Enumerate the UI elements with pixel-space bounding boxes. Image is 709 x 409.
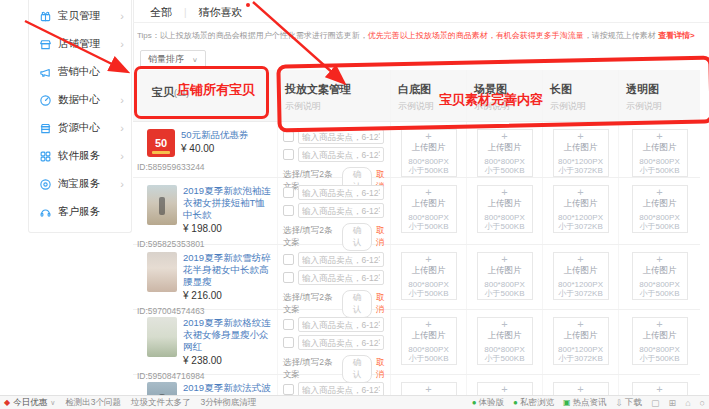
image-col-label: 透明图 xyxy=(626,82,700,97)
status-bar-right: ●体验版●私密浏览▣热点资讯⇩下载▢⊞⌂○ xyxy=(472,397,705,409)
upload-image-box[interactable]: +上传图片800*1200PX小于3072KB xyxy=(553,317,609,365)
image-col-sub[interactable]: 示例说明 xyxy=(550,100,618,113)
sidebar-item-4[interactable]: 数据中心› xyxy=(29,86,131,114)
table-row: 2019夏季新款雪纺碎花半身裙女中长款高腰显瘦¥ 216.00ID:597004… xyxy=(133,245,700,310)
upload-image-box[interactable]: +上传图片800*800PX小于500KB xyxy=(477,317,533,365)
upload-cell: +上传图片800*1200PX小于3072KB xyxy=(542,310,618,374)
plus-icon: + xyxy=(425,187,431,197)
statusbar-status-item[interactable]: ▣热点资讯 xyxy=(563,397,607,409)
chevron-down-icon: ∨ xyxy=(192,55,198,62)
product-thumbnail[interactable] xyxy=(147,252,177,292)
statusbar-brand[interactable]: ◆今日优惠∨ xyxy=(4,397,55,409)
customer-icon xyxy=(39,206,52,219)
copy-checkbox[interactable] xyxy=(283,149,294,160)
upload-size-hint: 800*1200PX小于3072KB xyxy=(558,345,603,363)
upload-cell: +上传图片800*800PX小于500KB xyxy=(466,178,542,244)
sidebar-item-label: 客户服务 xyxy=(58,205,100,219)
status-item-label: 热点资讯 xyxy=(573,397,607,409)
sidebar-item-2[interactable]: 店铺管理› xyxy=(29,30,131,58)
product-title-link[interactable]: 2019夏季新款雪纺碎花半身裙女中长款高腰显瘦 xyxy=(183,252,273,288)
status-bar: ◆今日优惠∨检测出3个问题垃圾文件太多了3分钟彻底清理 ●体验版●私密浏览▣热点… xyxy=(0,395,709,409)
copy-checkbox[interactable] xyxy=(283,384,294,395)
selling-point-input[interactable] xyxy=(298,335,384,350)
upload-image-box[interactable]: +上传图片800*800PX小于500KB xyxy=(477,129,533,177)
upload-image-box[interactable]: +上传图片800*800PX小于500KB xyxy=(401,185,457,233)
tips-text-gray2: ，请按规范上传素材 xyxy=(584,31,658,40)
copy-header-sub[interactable]: 示例说明 xyxy=(285,100,390,113)
product-title-link[interactable]: 2019夏季新款泡袖连衣裙女拼接短袖T恤中长款 xyxy=(183,185,273,221)
sort-dropdown[interactable]: 销量排序 ∨ xyxy=(140,50,206,68)
upload-image-box[interactable]: +上传图片800*800PX小于500KB xyxy=(477,185,533,233)
copy-checkbox[interactable] xyxy=(283,337,294,348)
upload-image-box[interactable]: +上传图片800*1200PX小于3072KB xyxy=(553,185,609,233)
tab-separator: | xyxy=(184,7,187,18)
upload-image-box[interactable]: +上传图片800*800PX小于500KB xyxy=(632,185,688,233)
upload-size-hint: 800*1200PX小于3072KB xyxy=(558,213,603,231)
statusbar-tool-icon-4[interactable]: ○ xyxy=(700,398,705,408)
copy-checkbox[interactable] xyxy=(283,272,294,283)
upload-image-box[interactable]: +上传图片800*800PX小于500KB xyxy=(401,129,457,177)
statusbar-tool-icon-3[interactable]: ⌂ xyxy=(685,398,690,408)
upload-image-box[interactable]: +上传图片800*1200PX小于3072KB xyxy=(553,129,609,177)
statusbar-status-item[interactable]: ●私密浏览 xyxy=(513,397,554,409)
upload-cell: +上传图片800*800PX小于500KB xyxy=(618,122,700,177)
green-dot-icon: ● xyxy=(472,398,477,407)
tips-detail-link[interactable]: 查看详情> xyxy=(658,31,695,40)
selling-point-input[interactable] xyxy=(298,270,384,285)
sidebar-item-6[interactable]: 软件服务› xyxy=(29,142,131,170)
upload-image-box[interactable]: +上传图片800*800PX小于500KB xyxy=(401,252,457,300)
tab-guess-you-like[interactable]: 猜你喜欢 xyxy=(199,6,243,18)
sidebar-item-1[interactable]: 宝贝管理› xyxy=(29,2,131,30)
statusbar-download-item[interactable]: ⇩下载 xyxy=(616,397,643,409)
upload-image-box[interactable]: +上传图片800*800PX小于500KB xyxy=(632,252,688,300)
image-col-sub[interactable]: 示例说明 xyxy=(398,100,466,113)
copy-checkbox[interactable] xyxy=(283,319,294,330)
sidebar-item-8[interactable]: 客户服务 xyxy=(29,198,131,226)
tab-all[interactable]: 全部 xyxy=(150,5,172,20)
product-cell: 2019夏季新款格纹连衣裙女修身显瘦小众网红¥ 238.00ID:5950847… xyxy=(133,310,277,374)
upload-size-hint: 800*800PX小于500KB xyxy=(408,157,448,175)
statusbar-tool-icon-1[interactable]: ▢ xyxy=(651,398,660,408)
table-header-row: 宝贝(11)投放文案管理示例说明白底图示例说明场景图示例说明长图示例说明透明图示… xyxy=(133,70,700,122)
treasure-icon xyxy=(39,10,52,23)
sidebar-item-3[interactable]: 营销中心 xyxy=(29,58,131,86)
upload-cell: +上传图片800*800PX小于500KB xyxy=(618,310,700,374)
product-thumbnail[interactable] xyxy=(147,185,177,225)
upload-image-box[interactable]: +上传图片800*800PX小于500KB xyxy=(401,317,457,365)
status-item-label: 私密浏览 xyxy=(520,397,554,409)
statusbar-tool-icon-2[interactable]: ⊞ xyxy=(669,398,677,408)
product-title-link[interactable]: 2019夏季新款格纹连衣裙女修身显瘦小众网红 xyxy=(183,317,273,353)
sidebar-item-5[interactable]: 货源中心› xyxy=(29,114,131,142)
selling-point-input[interactable] xyxy=(298,252,384,267)
selling-point-input[interactable] xyxy=(298,203,384,218)
plus-icon: + xyxy=(656,131,662,141)
upload-cell: +上传图片800*1200PX小于3072KB xyxy=(542,245,618,309)
upload-image-box[interactable]: +上传图片800*1200PX小于3072KB xyxy=(553,252,609,300)
statusbar-status-item[interactable]: ●体验版 xyxy=(472,397,504,409)
column-header-场景图: 场景图示例说明 xyxy=(466,70,542,121)
upload-image-box[interactable]: +上传图片800*800PX小于500KB xyxy=(477,252,533,300)
sidebar-item-7[interactable]: 淘宝服务› xyxy=(29,170,131,198)
selling-point-input[interactable] xyxy=(298,317,384,332)
product-thumbnail[interactable] xyxy=(147,317,177,357)
copy-checkbox[interactable] xyxy=(283,131,294,142)
selling-point-input[interactable] xyxy=(298,147,384,162)
product-title-link[interactable]: 50元新品优惠券 xyxy=(181,129,273,141)
copy-checkbox[interactable] xyxy=(283,254,294,265)
upload-image-box[interactable]: +上传图片800*800PX小于500KB xyxy=(632,129,688,177)
copy-checkbox[interactable] xyxy=(283,187,294,198)
upload-label: 上传图片 xyxy=(488,142,522,154)
selling-point-input[interactable] xyxy=(298,185,384,200)
image-col-sub[interactable]: 示例说明 xyxy=(626,100,700,113)
product-thumbnail[interactable]: 50 xyxy=(147,129,175,157)
selling-point-input[interactable] xyxy=(298,129,384,144)
plus-icon: + xyxy=(656,319,662,329)
image-col-sub[interactable]: 示例说明 xyxy=(474,100,542,113)
sidebar-item-label: 营销中心 xyxy=(58,65,100,79)
plus-icon: + xyxy=(656,254,662,264)
copy-checkbox[interactable] xyxy=(283,205,294,216)
sidebar: 宝贝管理›店铺管理›营销中心数据中心›货源中心›软件服务›淘宝服务›客户服务 xyxy=(28,0,132,233)
upload-image-box[interactable]: +上传图片800*800PX小于500KB xyxy=(632,317,688,365)
copy-cell: 选择/填写2条文案确认取消 xyxy=(277,245,390,309)
data-icon xyxy=(39,94,52,107)
